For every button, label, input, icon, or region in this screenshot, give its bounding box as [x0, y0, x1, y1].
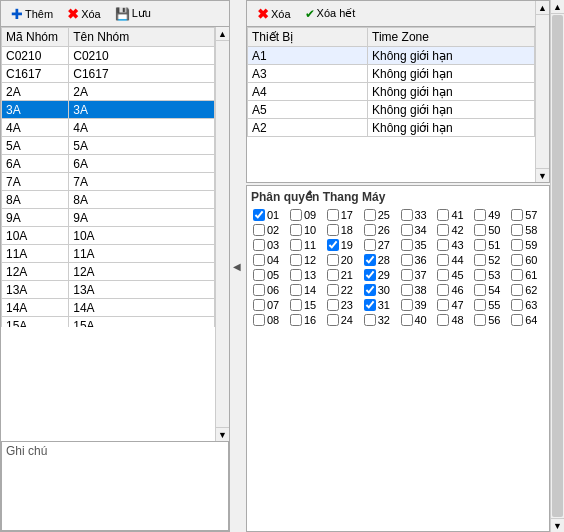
table-row[interactable]: 4A 4A — [2, 119, 215, 137]
mid-collapse-arrow[interactable]: ◀ — [230, 0, 244, 532]
right-delete-all-button[interactable]: ✔ Xóa hết — [299, 3, 362, 25]
checkbox-10[interactable] — [290, 224, 302, 236]
scroll-down-arrow[interactable]: ▼ — [216, 427, 229, 441]
checkbox-08[interactable] — [253, 314, 265, 326]
checkbox-54[interactable] — [474, 284, 486, 296]
checkbox-05[interactable] — [253, 269, 265, 281]
checkbox-59[interactable] — [511, 239, 523, 251]
table-row[interactable]: 12A 12A — [2, 263, 215, 281]
table-row[interactable]: C0210 C0210 — [2, 47, 215, 65]
checkbox-32[interactable] — [364, 314, 376, 326]
checkbox-13[interactable] — [290, 269, 302, 281]
checkbox-04[interactable] — [253, 254, 265, 266]
checkbox-29[interactable] — [364, 269, 376, 281]
checkbox-01[interactable] — [253, 209, 265, 221]
far-scroll-down[interactable]: ▼ — [551, 518, 564, 532]
checkbox-41[interactable] — [437, 209, 449, 221]
table-row[interactable]: A2 Không giới hạn — [248, 119, 535, 137]
checkbox-44[interactable] — [437, 254, 449, 266]
checkbox-09[interactable] — [290, 209, 302, 221]
table-row[interactable]: A1 Không giới hạn — [248, 47, 535, 65]
checkbox-61[interactable] — [511, 269, 523, 281]
checkbox-45[interactable] — [437, 269, 449, 281]
table-row[interactable]: A5 Không giới hạn — [248, 101, 535, 119]
table-row[interactable]: A4 Không giới hạn — [248, 83, 535, 101]
checkbox-58[interactable] — [511, 224, 523, 236]
checkbox-12[interactable] — [290, 254, 302, 266]
checkbox-40[interactable] — [401, 314, 413, 326]
right-scroll-down[interactable]: ▼ — [536, 168, 549, 182]
table-row[interactable]: 9A 9A — [2, 209, 215, 227]
checkbox-60[interactable] — [511, 254, 523, 266]
table-row[interactable]: 3A 3A — [2, 101, 215, 119]
checkbox-42[interactable] — [437, 224, 449, 236]
ghi-chu-input[interactable] — [2, 460, 228, 530]
right-delete-button[interactable]: ✖ Xóa — [251, 3, 297, 25]
checkbox-48[interactable] — [437, 314, 449, 326]
scroll-up-arrow[interactable]: ▲ — [216, 27, 229, 41]
far-scroll-up[interactable]: ▲ — [551, 0, 564, 14]
table-row[interactable]: A3 Không giới hạn — [248, 65, 535, 83]
checkbox-51[interactable] — [474, 239, 486, 251]
checkbox-27[interactable] — [364, 239, 376, 251]
table-row[interactable]: 14A 14A — [2, 299, 215, 317]
add-button[interactable]: ✚ Thêm — [5, 3, 59, 25]
checkbox-28[interactable] — [364, 254, 376, 266]
right-scroll-up[interactable]: ▲ — [536, 1, 549, 15]
checkbox-20[interactable] — [327, 254, 339, 266]
checkbox-31[interactable] — [364, 299, 376, 311]
checkbox-03[interactable] — [253, 239, 265, 251]
far-right-scrollbar[interactable]: ▲ ▼ — [550, 0, 564, 532]
checkbox-25[interactable] — [364, 209, 376, 221]
table-row[interactable]: 6A 6A — [2, 155, 215, 173]
left-scroll-arrow[interactable]: ▲ ▼ — [215, 27, 229, 441]
checkbox-14[interactable] — [290, 284, 302, 296]
save-button[interactable]: 💾 Lưu — [109, 3, 157, 25]
checkbox-46[interactable] — [437, 284, 449, 296]
checkbox-64[interactable] — [511, 314, 523, 326]
checkbox-33[interactable] — [401, 209, 413, 221]
table-row[interactable]: 2A 2A — [2, 83, 215, 101]
checkbox-06[interactable] — [253, 284, 265, 296]
checkbox-38[interactable] — [401, 284, 413, 296]
table-row[interactable]: 11A 11A — [2, 245, 215, 263]
checkbox-16[interactable] — [290, 314, 302, 326]
checkbox-56[interactable] — [474, 314, 486, 326]
checkbox-22[interactable] — [327, 284, 339, 296]
checkbox-30[interactable] — [364, 284, 376, 296]
checkbox-43[interactable] — [437, 239, 449, 251]
checkbox-11[interactable] — [290, 239, 302, 251]
checkbox-19[interactable] — [327, 239, 339, 251]
checkbox-02[interactable] — [253, 224, 265, 236]
table-row[interactable]: 15A 15A — [2, 317, 215, 328]
checkbox-37[interactable] — [401, 269, 413, 281]
checkbox-49[interactable] — [474, 209, 486, 221]
right-scroll-v[interactable]: ▲ ▼ — [535, 1, 549, 182]
checkbox-57[interactable] — [511, 209, 523, 221]
checkbox-35[interactable] — [401, 239, 413, 251]
checkbox-50[interactable] — [474, 224, 486, 236]
checkbox-36[interactable] — [401, 254, 413, 266]
delete-button[interactable]: ✖ Xóa — [61, 3, 107, 25]
checkbox-18[interactable] — [327, 224, 339, 236]
checkbox-17[interactable] — [327, 209, 339, 221]
table-row[interactable]: 13A 13A — [2, 281, 215, 299]
table-row[interactable]: 5A 5A — [2, 137, 215, 155]
checkbox-21[interactable] — [327, 269, 339, 281]
checkbox-26[interactable] — [364, 224, 376, 236]
checkbox-62[interactable] — [511, 284, 523, 296]
checkbox-53[interactable] — [474, 269, 486, 281]
checkbox-47[interactable] — [437, 299, 449, 311]
table-row[interactable]: C1617 C1617 — [2, 65, 215, 83]
checkbox-39[interactable] — [401, 299, 413, 311]
checkbox-55[interactable] — [474, 299, 486, 311]
checkbox-63[interactable] — [511, 299, 523, 311]
checkbox-15[interactable] — [290, 299, 302, 311]
table-row[interactable]: 8A 8A — [2, 191, 215, 209]
checkbox-23[interactable] — [327, 299, 339, 311]
checkbox-07[interactable] — [253, 299, 265, 311]
table-row[interactable]: 7A 7A — [2, 173, 215, 191]
table-row[interactable]: 10A 10A — [2, 227, 215, 245]
checkbox-24[interactable] — [327, 314, 339, 326]
checkbox-34[interactable] — [401, 224, 413, 236]
